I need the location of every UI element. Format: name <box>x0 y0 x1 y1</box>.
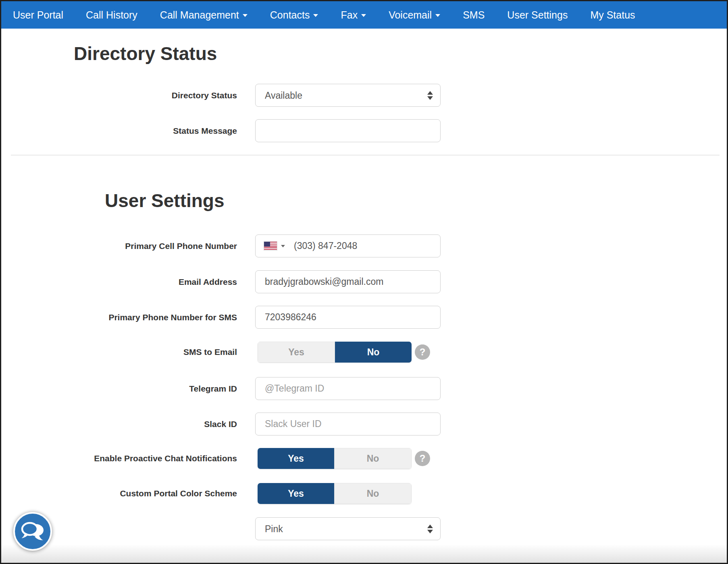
primary-cell-phone-label: Primary Cell Phone Number <box>1 234 237 257</box>
proactive-chat-label: Enable Proactive Chat Notifications <box>1 448 237 469</box>
status-message-label: Status Message <box>1 119 237 142</box>
section-divider <box>11 155 720 156</box>
nav-user-settings[interactable]: User Settings <box>507 9 568 21</box>
chevron-down-icon <box>361 14 366 17</box>
directory-status-label: Directory Status <box>1 84 237 107</box>
nav-my-status[interactable]: My Status <box>590 9 635 21</box>
sms-to-email-yes-button[interactable]: Yes <box>258 342 335 363</box>
help-icon[interactable]: ? <box>415 451 430 466</box>
proactive-chat-yes-button[interactable]: Yes <box>258 448 334 469</box>
chevron-down-icon <box>243 14 248 17</box>
telegram-id-label: Telegram ID <box>1 377 237 400</box>
sms-to-email-toggle: Yes No <box>258 342 412 363</box>
slack-id-input[interactable] <box>255 413 441 435</box>
slack-id-label: Slack ID <box>1 413 237 435</box>
nav-fax[interactable]: Fax <box>341 9 366 21</box>
chat-bubbles-icon <box>19 519 46 544</box>
directory-status-heading: Directory Status <box>74 43 217 64</box>
color-scheme-select[interactable]: Pink <box>255 517 441 540</box>
custom-color-no-button[interactable]: No <box>334 483 412 504</box>
us-flag-icon[interactable] <box>264 241 277 251</box>
status-message-input[interactable] <box>255 119 441 142</box>
custom-color-scheme-label: Custom Portal Color Scheme <box>1 483 237 504</box>
chevron-down-icon <box>435 14 440 17</box>
sms-to-email-label: SMS to Email <box>1 342 237 363</box>
proactive-chat-no-button[interactable]: No <box>334 448 412 469</box>
telegram-id-input[interactable] <box>255 377 441 400</box>
nav-contacts[interactable]: Contacts <box>270 9 318 21</box>
sms-to-email-no-button[interactable]: No <box>335 342 412 363</box>
sms-phone-label: Primary Phone Number for SMS <box>1 306 237 329</box>
nav-sms[interactable]: SMS <box>463 9 485 21</box>
email-address-input[interactable] <box>255 270 441 293</box>
telegram-id-field-wrap <box>255 377 441 400</box>
proactive-chat-toggle: Yes No <box>258 448 412 469</box>
custom-color-yes-button[interactable]: Yes <box>258 483 334 504</box>
status-message-field-wrap <box>255 119 441 142</box>
slack-id-field-wrap <box>255 413 441 435</box>
sms-phone-input[interactable] <box>255 306 441 329</box>
color-scheme-select-wrap: Pink <box>255 517 441 540</box>
directory-status-select[interactable]: Available <box>255 84 441 107</box>
chevron-down-icon <box>313 14 318 17</box>
email-address-field-wrap <box>255 270 441 293</box>
top-navbar: User Portal Call History Call Management… <box>1 1 727 29</box>
help-icon[interactable]: ? <box>415 344 430 360</box>
sms-phone-field-wrap <box>255 306 441 329</box>
country-dropdown-caret-icon[interactable] <box>281 245 285 247</box>
bottom-fade <box>1 544 727 563</box>
directory-status-select-wrap: Available <box>255 84 441 107</box>
email-address-label: Email Address <box>1 270 237 293</box>
nav-call-management[interactable]: Call Management <box>160 9 248 21</box>
nav-user-portal[interactable]: User Portal <box>13 9 63 21</box>
custom-color-scheme-toggle: Yes No <box>258 483 412 504</box>
live-chat-button[interactable] <box>13 512 52 551</box>
nav-call-history[interactable]: Call History <box>86 9 137 21</box>
primary-cell-phone-value[interactable]: (303) 847-2048 <box>294 241 357 251</box>
primary-cell-phone-field[interactable]: (303) 847-2048 <box>255 234 441 257</box>
user-settings-heading: User Settings <box>105 190 225 212</box>
portal-page: User Portal Call History Call Management… <box>0 0 728 564</box>
nav-voicemail[interactable]: Voicemail <box>389 9 440 21</box>
